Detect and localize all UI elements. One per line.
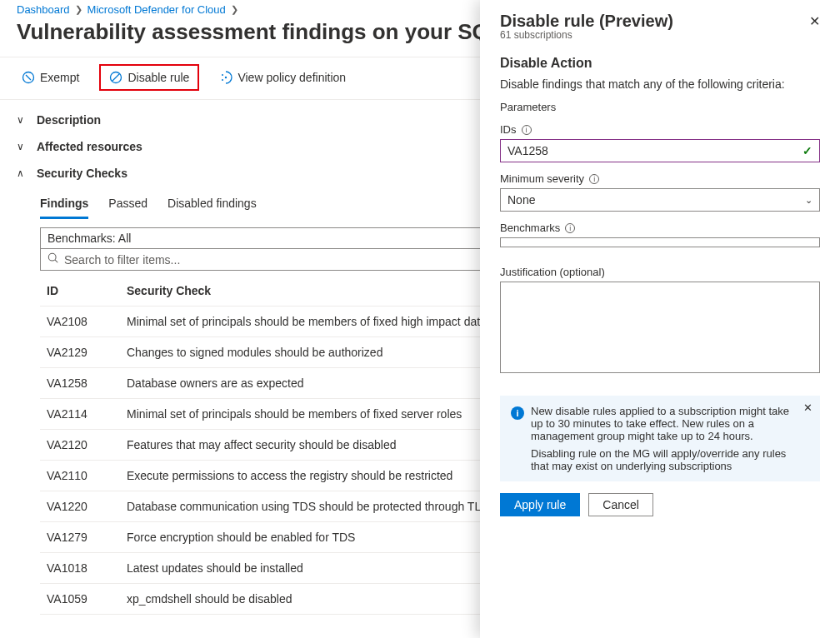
accordion-description-label: Description [37, 113, 101, 127]
min-severity-label-row: Minimum severity i [500, 172, 820, 185]
info-filled-icon: i [511, 406, 524, 420]
breadcrumb-link-defender[interactable]: Microsoft Defender for Cloud [88, 3, 226, 16]
info-icon[interactable]: i [565, 223, 575, 233]
ids-input[interactable]: VA1258 ✓ [500, 139, 820, 162]
chevron-down-icon: ∨ [17, 114, 28, 126]
view-policy-button[interactable]: View policy definition [214, 67, 351, 87]
search-placeholder: Search to filter items... [64, 253, 180, 267]
policy-icon [219, 71, 232, 84]
cell-id: VA2110 [40, 461, 120, 491]
disable-action-heading: Disable Action [500, 56, 820, 71]
cell-id: VA1018 [40, 553, 120, 584]
disable-rule-highlight: Disable rule [99, 64, 199, 91]
cell-id: VA1258 [40, 368, 120, 399]
disable-rule-panel: Disable rule (Preview) ✕ 61 subscription… [480, 0, 840, 638]
justification-textarea[interactable] [500, 282, 820, 373]
info-notice: i New disable rules applied to a subscri… [500, 396, 820, 481]
svg-point-5 [225, 77, 227, 78]
accordion-affected-label: Affected resources [37, 140, 142, 153]
notice-line1: New disable rules applied to a subscript… [531, 405, 798, 442]
ids-label: IDs [500, 123, 517, 136]
cell-id: VA2129 [40, 337, 120, 368]
cell-id: VA1220 [40, 491, 120, 522]
cell-id: VA2120 [40, 430, 120, 461]
chevron-up-icon: ∧ [17, 167, 28, 179]
tab-passed[interactable]: Passed [108, 192, 148, 219]
benchmarks-input[interactable] [500, 237, 820, 247]
panel-title: Disable rule (Preview) [500, 12, 673, 31]
exempt-icon [22, 71, 35, 84]
svg-line-2 [112, 74, 120, 82]
min-severity-value: None [508, 193, 535, 207]
cell-id: VA2114 [40, 399, 120, 430]
cell-id: VA1059 [40, 584, 120, 615]
svg-point-6 [48, 253, 56, 261]
cancel-button[interactable]: Cancel [588, 493, 653, 516]
info-icon[interactable]: i [589, 174, 599, 184]
notice-line2: Disabling rule on the MG will apply/over… [531, 447, 798, 472]
chevron-down-icon: ∨ [17, 141, 28, 152]
min-severity-label: Minimum severity [500, 172, 584, 185]
justification-label: Justification (optional) [500, 266, 820, 278]
exempt-label: Exempt [40, 71, 79, 84]
check-icon: ✓ [802, 144, 812, 157]
disable-rule-label: Disable rule [128, 71, 189, 84]
cell-id: VA2108 [40, 307, 120, 337]
chevron-down-icon: ⌄ [805, 195, 812, 206]
min-severity-select[interactable]: None ⌄ [500, 188, 820, 212]
panel-subtitle: 61 subscriptions [500, 29, 820, 41]
disable-rule-button[interactable]: Disable rule [104, 67, 194, 87]
svg-point-4 [222, 79, 223, 81]
exempt-button[interactable]: Exempt [17, 67, 84, 87]
apply-rule-button[interactable]: Apply rule [500, 493, 580, 516]
breadcrumb-link-dashboard[interactable]: Dashboard [17, 3, 70, 16]
ids-value: VA1258 [508, 144, 548, 157]
ids-label-row: IDs i [500, 123, 820, 136]
svg-line-7 [55, 260, 58, 262]
col-id[interactable]: ID [40, 276, 120, 307]
chevron-right-icon: ❯ [231, 4, 238, 15]
benchmarks-label-row: Benchmarks i [500, 222, 820, 234]
tab-disabled-findings[interactable]: Disabled findings [168, 192, 257, 219]
accordion-security-checks-label: Security Checks [37, 167, 128, 180]
cell-id: VA1279 [40, 522, 120, 553]
view-policy-label: View policy definition [238, 71, 346, 84]
info-icon[interactable]: i [522, 125, 532, 135]
benchmarks-label: Benchmarks [500, 222, 560, 234]
parameters-label: Parameters [500, 101, 820, 113]
disable-action-desc: Disable findings that match any of the f… [500, 77, 820, 91]
close-icon[interactable]: ✕ [809, 13, 820, 29]
chevron-right-icon: ❯ [75, 4, 82, 15]
prohibit-icon [109, 71, 122, 84]
search-icon [48, 252, 59, 267]
svg-point-3 [222, 74, 223, 76]
tab-findings[interactable]: Findings [40, 192, 88, 219]
close-icon[interactable]: ✕ [803, 401, 812, 414]
